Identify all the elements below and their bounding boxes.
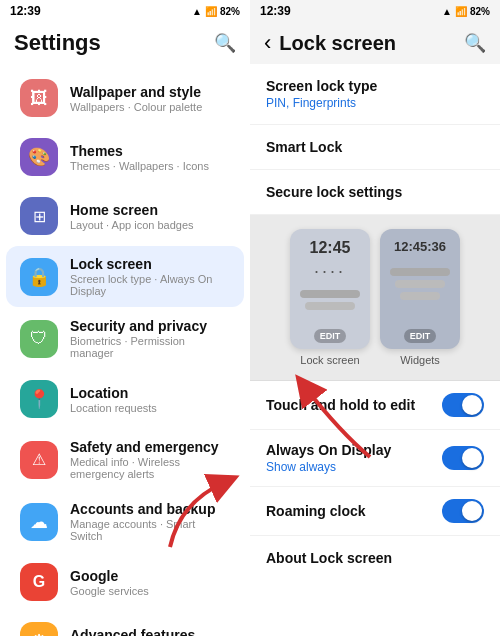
secure-lock-title: Secure lock settings — [266, 184, 484, 200]
lock-screen-header: ‹ Lock screen 🔍 — [250, 22, 500, 64]
settings-item-wallpaper[interactable]: 🖼 Wallpaper and style Wallpapers · Colou… — [6, 69, 244, 127]
google-subtitle: Google services — [70, 585, 230, 597]
safety-title: Safety and emergency — [70, 439, 230, 455]
wallpaper-title: Wallpaper and style — [70, 84, 230, 100]
settings-item-lock[interactable]: 🔒 Lock screen Screen lock type · Always … — [6, 246, 244, 307]
roaming-toggle[interactable] — [442, 499, 484, 523]
location-icon: 📍 — [20, 380, 58, 418]
google-title: Google — [70, 568, 230, 584]
ls-toggle-always-on[interactable]: Always On Display Show always — [250, 430, 500, 487]
settings-header: Settings 🔍 — [0, 22, 250, 64]
advanced-title: Advanced features — [70, 627, 230, 637]
wallpaper-icon: 🖼 — [20, 79, 58, 117]
settings-list: 🖼 Wallpaper and style Wallpapers · Colou… — [0, 64, 250, 636]
ls-item-smart-lock[interactable]: Smart Lock — [250, 125, 500, 170]
ls-about[interactable]: About Lock screen — [250, 536, 500, 580]
security-icon: 🛡 — [20, 320, 58, 358]
back-button[interactable]: ‹ — [264, 30, 271, 56]
wallpaper-subtitle: Wallpapers · Colour palette — [70, 101, 230, 113]
location-title: Location — [70, 385, 230, 401]
settings-item-accounts[interactable]: ☁ Accounts and backup Manage accounts · … — [6, 491, 244, 552]
screen-lock-subtitle: PIN, Fingerprints — [266, 96, 484, 110]
widgets-preview-card[interactable]: 12:45:36 EDIT — [380, 229, 460, 349]
status-bar-left: 12:39 ▲ 📶 82% — [0, 0, 250, 22]
safety-subtitle: Medical info · Wireless emergency alerts — [70, 456, 230, 480]
widgets-edit-button[interactable]: EDIT — [404, 329, 437, 343]
smart-lock-title: Smart Lock — [266, 139, 484, 155]
lock-screen-panel-wrapper: 12:39 ▲ 📶 82% ‹ Lock screen 🔍 Screen loc… — [250, 0, 500, 636]
settings-item-safety[interactable]: ⚠ Safety and emergency Medical info · Wi… — [6, 429, 244, 490]
lock-edit-button[interactable]: EDIT — [314, 329, 347, 343]
settings-item-location[interactable]: 📍 Location Location requests — [6, 370, 244, 428]
status-bar-right: 12:39 ▲ 📶 82% — [250, 0, 500, 22]
lock-screen-preview-card[interactable]: 12:45 ···· EDIT — [290, 229, 370, 349]
themes-icon: 🎨 — [20, 138, 58, 176]
touch-hold-toggle[interactable] — [442, 393, 484, 417]
lock-screen-label: Lock screen — [300, 354, 359, 366]
settings-title: Settings — [14, 30, 101, 56]
accounts-icon: ☁ — [20, 503, 58, 541]
lock-subtitle: Screen lock type · Always On Display — [70, 273, 230, 297]
always-on-toggle[interactable] — [442, 446, 484, 470]
security-title: Security and privacy — [70, 318, 230, 334]
themes-subtitle: Themes · Wallpapers · Icons — [70, 160, 230, 172]
google-icon: G — [20, 563, 58, 601]
ls-toggle-roaming[interactable]: Roaming clock — [250, 487, 500, 536]
home-subtitle: Layout · App icon badges — [70, 219, 230, 231]
lock-icon: 🔒 — [20, 258, 58, 296]
lock-screen-search-icon[interactable]: 🔍 — [464, 32, 486, 54]
settings-item-google[interactable]: G Google Google services — [6, 553, 244, 611]
touch-hold-title: Touch and hold to edit — [266, 397, 442, 413]
lock-screen-content: Screen lock type PIN, Fingerprints Smart… — [250, 64, 500, 636]
lock-screen-title: Lock screen — [279, 32, 396, 55]
home-icon: ⊞ — [20, 197, 58, 235]
lock-screen-panel: 12:39 ▲ 📶 82% ‹ Lock screen 🔍 Screen loc… — [250, 0, 500, 636]
about-lock-title: About Lock screen — [266, 550, 484, 566]
settings-search-icon[interactable]: 🔍 — [214, 32, 236, 54]
ls-toggle-touch-hold[interactable]: Touch and hold to edit — [250, 381, 500, 430]
settings-item-themes[interactable]: 🎨 Themes Themes · Wallpapers · Icons — [6, 128, 244, 186]
location-subtitle: Location requests — [70, 402, 230, 414]
settings-item-security[interactable]: 🛡 Security and privacy Biometrics · Perm… — [6, 308, 244, 369]
ls-item-screen-lock[interactable]: Screen lock type PIN, Fingerprints — [250, 64, 500, 125]
status-icons-right: ▲ 📶 82% — [442, 6, 490, 17]
widgets-label: Widgets — [400, 354, 440, 366]
settings-item-home[interactable]: ⊞ Home screen Layout · App icon badges — [6, 187, 244, 245]
status-icons-left: ▲ 📶 82% — [192, 6, 240, 17]
always-on-subtitle: Show always — [266, 460, 442, 474]
ls-item-secure-lock[interactable]: Secure lock settings — [250, 170, 500, 215]
settings-panel: 12:39 ▲ 📶 82% Settings 🔍 🖼 Wallpaper and… — [0, 0, 250, 636]
safety-icon: ⚠ — [20, 441, 58, 479]
themes-title: Themes — [70, 143, 230, 159]
accounts-title: Accounts and backup — [70, 501, 230, 517]
preview-time-widgets: 12:45:36 — [394, 239, 446, 254]
security-subtitle: Biometrics · Permission manager — [70, 335, 230, 359]
time-right: 12:39 — [260, 4, 291, 18]
home-title: Home screen — [70, 202, 230, 218]
roaming-title: Roaming clock — [266, 503, 442, 519]
lock-title: Lock screen — [70, 256, 230, 272]
advanced-icon: ⚙ — [20, 622, 58, 636]
preview-time-lock: 12:45 — [310, 239, 351, 257]
settings-item-advanced[interactable]: ⚙ Advanced features Labs · S Pen · Side … — [6, 612, 244, 636]
lock-screen-preview: 12:45 ···· EDIT Lock screen 12:45:36 — [250, 215, 500, 381]
time-left: 12:39 — [10, 4, 41, 18]
screen-lock-title: Screen lock type — [266, 78, 484, 94]
accounts-subtitle: Manage accounts · Smart Switch — [70, 518, 230, 542]
always-on-title: Always On Display — [266, 442, 442, 458]
